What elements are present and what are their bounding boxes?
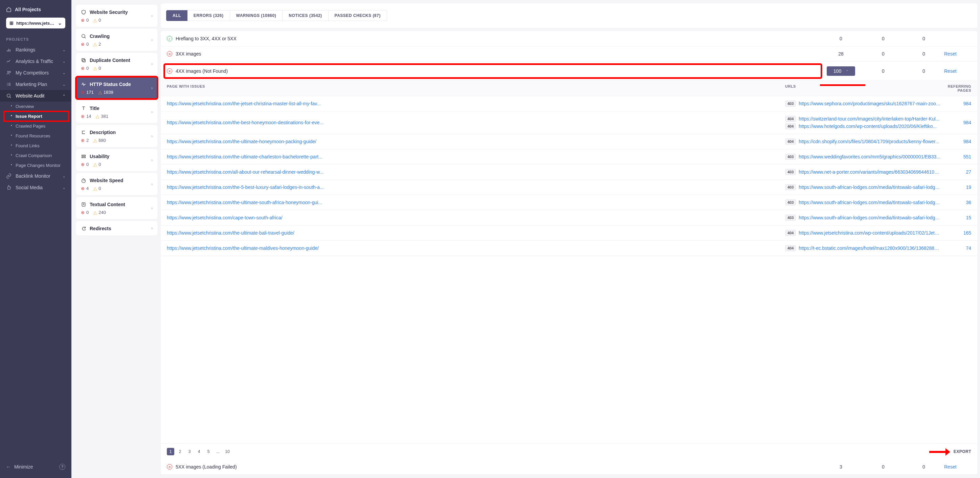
filter-tab[interactable]: ERRORS (326) (188, 10, 230, 21)
sidebar-item-social[interactable]: Social Media ⌄ (0, 182, 72, 193)
error-count: 2 (86, 138, 89, 143)
issue-count-2: 0 (863, 464, 904, 470)
subnav-found-links[interactable]: Found Links (3, 141, 72, 151)
page-url-link[interactable]: https://www.jetsetchristina.com/cape-tow… (167, 215, 785, 220)
warning-count: 0 (99, 162, 101, 167)
referring-pages-count[interactable]: 15 (941, 215, 971, 220)
page-url-link[interactable]: https://www.jetsetchristina.com/the-ulti… (167, 139, 785, 144)
referring-pages-count[interactable]: 27 (941, 169, 971, 175)
filter-tab[interactable]: ALL (166, 10, 188, 21)
category-card-redirects[interactable]: Redirects › (76, 221, 158, 235)
issue-label: 5XX images (Loading Failed) (176, 464, 237, 470)
subnav-overview[interactable]: Overview (3, 102, 72, 112)
subnav-crawled-pages[interactable]: Crawled Pages (3, 121, 72, 131)
page-button[interactable]: 2 (176, 448, 184, 455)
resource-url-link[interactable]: https://www.net-a-porter.com/variants/im… (799, 169, 941, 175)
chevron-right-icon: › (151, 226, 153, 231)
referring-pages-count[interactable]: 984 (941, 120, 971, 125)
page-button[interactable]: 4 (195, 448, 203, 455)
page-url-link[interactable]: https://www.jetsetchristina.com/the-5-be… (167, 185, 785, 190)
svg-rect-7 (83, 59, 85, 62)
category-card-usability[interactable]: Usability ⊗0 △0 › (76, 149, 158, 171)
sidebar-item-marketing[interactable]: Marketing Plan ⌄ (0, 78, 72, 90)
duplicate-icon (81, 57, 86, 63)
page-url-link[interactable]: https://www.jetsetchristina.com/the-jets… (167, 101, 785, 106)
resource-url-link[interactable]: https://switzerland-tour.com/images/city… (799, 116, 939, 121)
sidebar-item-competitors[interactable]: My Competitors ⌄ (0, 67, 72, 78)
chevron-down-icon: ⌄ (63, 186, 65, 190)
count-dropdown[interactable]: 100 ⌃ (827, 66, 855, 76)
subnav-page-changes[interactable]: Page Changes Monitor (3, 161, 72, 170)
chevron-down-icon: ⌄ (63, 83, 65, 86)
reset-link[interactable]: Reset (944, 464, 971, 470)
referring-pages-count[interactable]: 165 (941, 230, 971, 236)
category-card-crawling[interactable]: Crawling ⊗0 △2 › (76, 29, 158, 51)
table-row: https://www.jetsetchristina.com/cape-tow… (161, 210, 977, 225)
resource-url-link[interactable]: https://www.south-african-lodges.com/med… (799, 185, 941, 190)
resource-url-link[interactable]: https://t-ec.bstatic.com/images/hotel/ma… (799, 245, 941, 251)
category-label: HTTP Status Code (90, 81, 131, 87)
svg-rect-8 (82, 59, 84, 61)
subnav-found-resources[interactable]: Found Resources (3, 131, 72, 141)
issue-row-4xx-images[interactable]: ✕ 4XX images (Not Found) 100 ⌃ 0 0 Reset (161, 62, 977, 81)
category-card-title[interactable]: Title ⊗14 △381 › (76, 101, 158, 123)
referring-pages-count[interactable]: 984 (941, 101, 971, 106)
reset-link[interactable]: Reset (944, 51, 971, 57)
page-button[interactable]: 1 (167, 448, 174, 455)
filter-tab[interactable]: WARNINGS (10860) (230, 10, 283, 21)
category-card-http[interactable]: HTTP Status Code ⊗171 △1839 › (76, 77, 158, 99)
referring-pages-count[interactable]: 74 (941, 245, 971, 251)
all-projects-link[interactable]: All Projects (0, 4, 72, 15)
sidebar-item-backlink[interactable]: Backlink Monitor ⌄ (0, 170, 72, 182)
category-card-speed[interactable]: Website Speed ⊗4 △0 › (76, 173, 158, 195)
category-card-textual[interactable]: Textual Content ⊗0 △240 › (76, 197, 158, 219)
issue-row-3xx-images[interactable]: ✕ 3XX images 28 0 0 Reset (161, 46, 977, 62)
table-row: https://www.jetsetchristina.com/the-ulti… (161, 134, 977, 149)
page-url-link[interactable]: https://www.jetsetchristina.com/the-ulti… (167, 245, 785, 251)
resource-url-link[interactable]: https://www.south-african-lodges.com/med… (799, 215, 941, 220)
page-url-link[interactable]: https://www.jetsetchristina.com/the-ulti… (167, 200, 785, 205)
http-icon (81, 81, 86, 87)
page-button[interactable]: 3 (186, 448, 193, 455)
referring-pages-count[interactable]: 984 (941, 139, 971, 144)
sidebar-item-audit[interactable]: Website Audit ⌃ (0, 90, 72, 102)
category-card-security[interactable]: Website Security ⊗0 △0 › (76, 5, 158, 27)
issue-count-2: 0 (863, 69, 904, 74)
reset-link[interactable]: Reset (944, 69, 971, 74)
resource-url-link[interactable]: https://www.weddingfavorites.com/mm5/gra… (799, 154, 940, 159)
sidebar-item-analytics[interactable]: Analytics & Traffic ⌄ (0, 56, 72, 67)
export-button[interactable]: EXPORT (954, 449, 971, 454)
issue-row-hreflang[interactable]: ✓ Hreflang to 3XX, 4XX or 5XX 0 0 0 (161, 31, 977, 46)
page-button[interactable]: 5 (205, 448, 212, 455)
minimize-button[interactable]: ← Minimize ? (0, 460, 72, 474)
filter-tab[interactable]: NOTICES (3542) (283, 10, 328, 21)
subnav-crawl-comparison[interactable]: Crawl Comparison (3, 151, 72, 161)
page-url-link[interactable]: https://www.jetsetchristina.com/all-abou… (167, 169, 785, 175)
resource-url-link[interactable]: https://cdn.shopify.com/s/files/1/0804/1… (799, 139, 939, 144)
page-url-link[interactable]: https://www.jetsetchristina.com/the-ulti… (167, 230, 785, 236)
page-url-link[interactable]: https://www.jetsetchristina.com/the-best… (167, 120, 785, 125)
resource-url-link[interactable]: https://www.hotelgods.com/wp-content/upl… (799, 124, 937, 129)
resource-url-link[interactable]: https://www.jetsetchristina.com/wp-conte… (799, 230, 941, 236)
filter-tab[interactable]: PASSED CHECKS (87) (329, 10, 387, 21)
referring-pages-count[interactable]: 19 (941, 185, 971, 190)
resource-url-link[interactable]: https://www.sephora.com/productimages/sk… (799, 101, 941, 106)
sidebar-item-rankings[interactable]: Rankings ⌄ (0, 44, 72, 56)
resource-url-link[interactable]: https://www.south-african-lodges.com/med… (799, 200, 941, 205)
subnav-issue-report[interactable]: Issue Report (3, 112, 72, 121)
referring-pages-count[interactable]: 551 (941, 154, 971, 159)
status-code-badge: 403 (785, 215, 796, 221)
category-card-description[interactable]: Description ⊗2 △680 › (76, 125, 158, 147)
category-card-duplicate[interactable]: Duplicate Content ⊗0 △0 › (76, 53, 158, 75)
page-button[interactable]: 10 (224, 448, 231, 455)
issue-row-5xx-images[interactable]: ✕ 5XX images (Loading Failed) 3 0 0 Rese… (161, 459, 977, 475)
urls-cell: 403 https://www.south-african-lodges.com… (785, 215, 941, 221)
referring-pages-count[interactable]: 36 (941, 200, 971, 205)
project-url: https://www.jetsetchr... (16, 21, 55, 26)
page-url-link[interactable]: https://www.jetsetchristina.com/the-ulti… (167, 154, 785, 159)
nav-label: My Competitors (16, 70, 49, 75)
filter-tabs: ALLERRORS (326)WARNINGS (10860)NOTICES (… (161, 3, 977, 28)
project-selector[interactable]: ⊞ https://www.jetsetchr... ⌄ (6, 18, 65, 29)
help-icon[interactable]: ? (59, 464, 65, 470)
category-label: Redirects (90, 226, 111, 231)
